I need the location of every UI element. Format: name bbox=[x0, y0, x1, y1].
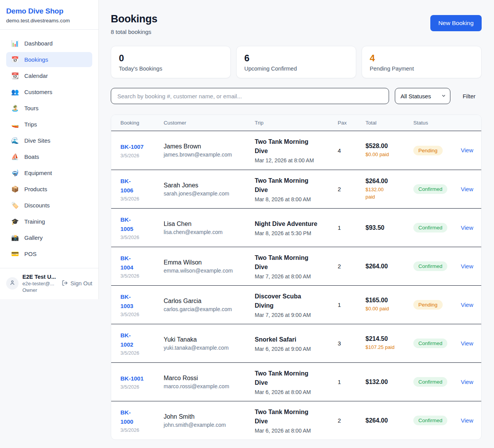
booking-cell: BK- 1000 3/5/2026 bbox=[120, 408, 164, 433]
sidebar-item-training[interactable]: 🎓 Training bbox=[6, 214, 92, 229]
pax-count: 2 bbox=[338, 186, 365, 192]
col-header-status: Status bbox=[413, 120, 461, 126]
pax-count: 1 bbox=[338, 301, 365, 308]
actions-cell: View bbox=[461, 147, 473, 154]
table-row: BK-1007 3/5/2026 James Brown james.brown… bbox=[111, 131, 481, 170]
nav-item-icon: 🎓 bbox=[11, 218, 19, 225]
nav-item-icon: 🏷️ bbox=[11, 202, 19, 209]
col-header-trip: Trip bbox=[255, 120, 338, 126]
sidebar-item-dashboard[interactable]: 📊 Dashboard bbox=[6, 36, 92, 51]
sidebar-nav: 📊 Dashboard 📅 Bookings 📆 Calendar 👥 Cust… bbox=[0, 30, 98, 268]
table-row: BK- 1003 3/5/2026 Carlos Garcia carlos.g… bbox=[111, 285, 481, 324]
sidebar-item-tours[interactable]: 🏝️ Tours bbox=[6, 101, 92, 116]
booking-id-link[interactable]: BK- 1002 bbox=[120, 331, 164, 349]
booking-id-link[interactable]: BK- 1004 bbox=[120, 254, 164, 272]
total-bookings-count: 8 total bookings bbox=[111, 29, 157, 35]
filter-button[interactable]: Filter bbox=[463, 93, 475, 99]
col-header-booking: Booking bbox=[120, 120, 164, 126]
nav-item-label: Tours bbox=[24, 105, 39, 111]
sidebar-item-gallery[interactable]: 📸 Gallery bbox=[6, 230, 92, 245]
customer-cell: James Brown james.brown@example.com bbox=[164, 143, 255, 158]
shop-domain: demo.test.divestreams.com bbox=[6, 18, 92, 24]
booking-cell: BK- 1005 3/5/2026 bbox=[120, 215, 164, 240]
booking-id-link[interactable]: BK-1007 bbox=[120, 142, 164, 151]
table-body: BK-1007 3/5/2026 James Brown james.brown… bbox=[111, 131, 481, 440]
total-cell: $264.00 bbox=[365, 417, 413, 424]
sidebar-item-pos[interactable]: 💳 POS bbox=[6, 246, 92, 261]
total-cell: $214.50 $107.25 paid bbox=[365, 335, 413, 351]
pax-count: 1 bbox=[338, 379, 365, 385]
booking-id-link[interactable]: BK- 1006 bbox=[120, 177, 164, 195]
customer-email: emma.wilson@example.com bbox=[164, 268, 255, 274]
nav-item-icon: 🌊 bbox=[11, 137, 19, 144]
sidebar-item-products[interactable]: 📦 Products bbox=[6, 182, 92, 197]
view-link[interactable]: View bbox=[461, 186, 473, 192]
status-filter-select[interactable]: All Statuses bbox=[395, 88, 450, 104]
nav-item-label: Products bbox=[24, 186, 47, 192]
booking-id-link[interactable]: BK-1001 bbox=[120, 374, 164, 383]
total-amount: $165.00 bbox=[365, 297, 413, 304]
trip-date: Mar 8, 2026 at 8:00 AM bbox=[255, 196, 338, 202]
nav-item-label: Trips bbox=[24, 121, 37, 128]
status-cell: Confirmed bbox=[413, 339, 461, 348]
nav-item-icon: 📊 bbox=[11, 40, 19, 47]
booking-date: 3/5/2026 bbox=[120, 384, 164, 390]
view-link[interactable]: View bbox=[461, 340, 473, 347]
nav-item-icon: 📸 bbox=[11, 234, 19, 241]
stat-value: 4 bbox=[370, 53, 474, 64]
booking-date: 3/5/2026 bbox=[120, 428, 164, 433]
nav-item-icon: 🚤 bbox=[11, 121, 19, 128]
pax-count: 1 bbox=[338, 224, 365, 231]
trip-date: Mar 12, 2026 at 8:00 AM bbox=[255, 157, 338, 163]
customer-email: sarah.jones@example.com bbox=[164, 190, 255, 197]
trip-cell: Two Tank Morning Dive Mar 7, 2026 at 8:0… bbox=[255, 253, 338, 280]
trip-cell: Snorkel Safari Mar 6, 2026 at 9:00 AM bbox=[255, 335, 338, 352]
nav-item-label: Equipment bbox=[24, 170, 52, 176]
total-cell: $264.00 $132.00 paid bbox=[365, 178, 413, 201]
view-link[interactable]: View bbox=[461, 379, 473, 385]
booking-date: 3/5/2026 bbox=[120, 153, 164, 158]
actions-cell: View bbox=[461, 186, 473, 193]
sidebar-item-equipment[interactable]: 🤿 Equipment bbox=[6, 165, 92, 180]
view-link[interactable]: View bbox=[461, 224, 473, 231]
booking-id-link[interactable]: BK- 1000 bbox=[120, 408, 164, 426]
sidebar-item-dive-sites[interactable]: 🌊 Dive Sites bbox=[6, 133, 92, 148]
table-header-row: Booking Customer Trip Pax Total Status bbox=[111, 115, 481, 131]
trip-name: Discover Scuba Diving bbox=[255, 292, 338, 310]
sidebar-item-boats[interactable]: ⛵ Boats bbox=[6, 149, 92, 164]
sidebar-item-trips[interactable]: 🚤 Trips bbox=[6, 117, 92, 132]
table-row: BK- 1004 3/5/2026 Emma Wilson emma.wilso… bbox=[111, 247, 481, 285]
booking-date: 3/5/2026 bbox=[120, 235, 164, 240]
new-booking-button[interactable]: New Booking bbox=[430, 15, 482, 31]
user-role: Owner bbox=[22, 287, 58, 293]
nav-item-icon: 📅 bbox=[11, 56, 19, 63]
search-input[interactable] bbox=[111, 88, 389, 104]
view-link[interactable]: View bbox=[461, 263, 473, 269]
booking-id-link[interactable]: BK- 1003 bbox=[120, 292, 164, 310]
trip-name: Snorkel Safari bbox=[255, 335, 338, 344]
paid-amount: $0.00 paid bbox=[365, 151, 413, 158]
customer-cell: Sarah Jones sarah.jones@example.com bbox=[164, 182, 255, 197]
status-badge: Confirmed bbox=[413, 377, 447, 387]
sign-out-label: Sign Out bbox=[71, 280, 92, 286]
filters-bar: All Statuses Filter bbox=[111, 88, 482, 104]
customer-name: Emma Wilson bbox=[164, 259, 255, 266]
sidebar-item-discounts[interactable]: 🏷️ Discounts bbox=[6, 198, 92, 213]
view-link[interactable]: View bbox=[461, 147, 473, 153]
shop-name: Demo Dive Shop bbox=[6, 7, 92, 15]
view-link[interactable]: View bbox=[461, 417, 473, 424]
sidebar-item-customers[interactable]: 👥 Customers bbox=[6, 84, 92, 99]
nav-item-label: Boats bbox=[24, 153, 39, 160]
nav-item-icon: 📦 bbox=[11, 185, 19, 193]
view-link[interactable]: View bbox=[461, 301, 473, 308]
booking-id-link[interactable]: BK- 1005 bbox=[120, 215, 164, 233]
sidebar-item-calendar[interactable]: 📆 Calendar bbox=[6, 68, 92, 83]
trip-name: Two Tank Morning Dive bbox=[255, 253, 338, 272]
sign-out-button[interactable]: Sign Out bbox=[62, 280, 92, 287]
customer-cell: Lisa Chen lisa.chen@example.com bbox=[164, 221, 255, 235]
customer-cell: Yuki Tanaka yuki.tanaka@example.com bbox=[164, 336, 255, 351]
sidebar-item-bookings[interactable]: 📅 Bookings bbox=[6, 52, 92, 67]
nav-item-label: Discounts bbox=[24, 202, 50, 209]
main-content: Bookings 8 total bookings New Booking 0 … bbox=[99, 0, 494, 440]
brand-block: Demo Dive Shop demo.test.divestreams.com bbox=[0, 0, 98, 30]
